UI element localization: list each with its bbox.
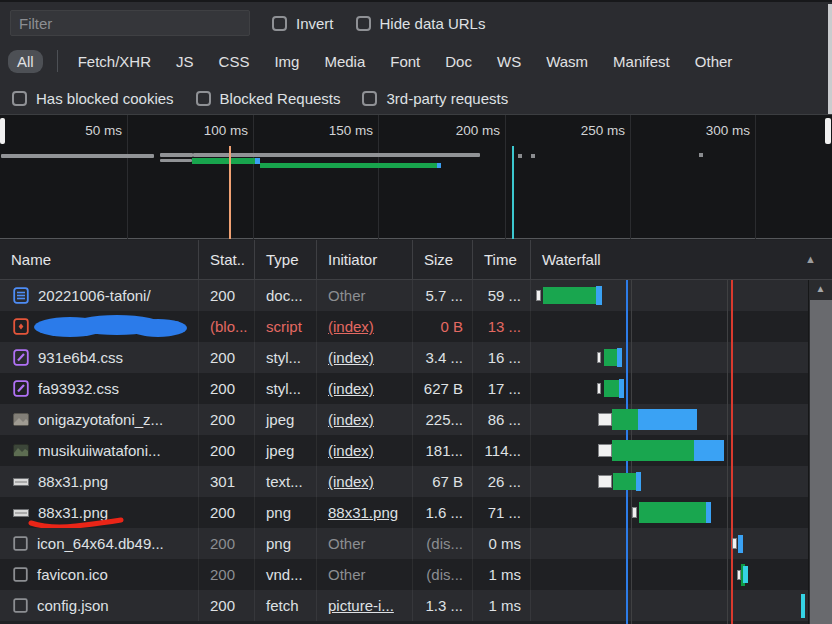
waterfall-bar-cyan: [743, 566, 748, 583]
column-header-status[interactable]: Stat..: [199, 240, 255, 279]
tab-media[interactable]: Media: [318, 50, 371, 73]
waterfall-cell: [531, 311, 832, 342]
third-party-requests-group[interactable]: 3rd-party requests: [362, 90, 508, 107]
table-row[interactable]: 931e6b4.css 200 styl... (index) 3.4 ... …: [0, 342, 832, 373]
request-initiator-link[interactable]: (index): [317, 311, 413, 342]
overview-handle[interactable]: [825, 118, 831, 144]
request-time: 13 ...: [473, 311, 531, 342]
request-initiator: Other: [317, 528, 413, 559]
overview-green: [260, 163, 437, 168]
network-overview-timeline[interactable]: 50 ms100 ms150 ms200 ms250 ms300 ms: [0, 115, 832, 239]
sort-ascending-icon[interactable]: ▲: [805, 253, 816, 265]
waterfall-bar-stalled: [536, 290, 541, 301]
tab-ws[interactable]: WS: [491, 50, 527, 73]
request-name: 20221006-tafoni/: [38, 287, 151, 304]
tab-img[interactable]: Img: [268, 50, 305, 73]
column-header-name[interactable]: Name: [0, 240, 199, 279]
filter-input[interactable]: [10, 10, 250, 36]
waterfall-gridline: [727, 280, 728, 624]
column-header-size[interactable]: Size: [413, 240, 473, 279]
tab-divider: [57, 50, 58, 72]
request-initiator-link[interactable]: (index): [317, 466, 413, 497]
request-time: 1 ms: [473, 559, 531, 590]
table-row[interactable]: 88x31.png 301 text... (index) 67 B 26 ..…: [0, 466, 832, 497]
waterfall-bar-down: [638, 409, 697, 430]
table-row[interactable]: favicon.ico 200 vnd... Other (dis... 1 m…: [0, 559, 832, 590]
waterfall-bar-wait: [543, 287, 596, 304]
third-party-requests-label: 3rd-party requests: [386, 90, 508, 107]
waterfall-cell: [531, 404, 832, 435]
waterfall-cell: [531, 373, 832, 404]
request-type: styl...: [255, 342, 317, 373]
has-blocked-cookies-checkbox[interactable]: [12, 91, 27, 106]
panel-scrollbar-fragment[interactable]: [828, 4, 832, 114]
tab-other[interactable]: Other: [689, 50, 739, 73]
hide-data-urls-checkbox[interactable]: [356, 16, 371, 31]
file-icon: [13, 598, 28, 613]
overview-vline-orange: [229, 146, 231, 239]
table-row[interactable]: ... (blo... script (index) 0 B 13 ...: [0, 311, 832, 342]
request-size: (dis...: [413, 528, 473, 559]
request-initiator-link[interactable]: (index): [317, 435, 413, 466]
request-initiator-link[interactable]: (index): [317, 373, 413, 404]
hide-data-urls-checkbox-group[interactable]: Hide data URLs: [356, 15, 486, 32]
third-party-requests-checkbox[interactable]: [362, 91, 377, 106]
tab-css[interactable]: CSS: [213, 50, 256, 73]
overview-tick-label: 250 ms: [545, 123, 625, 141]
waterfall-bar-down: [694, 440, 724, 461]
request-initiator-link[interactable]: (index): [317, 342, 413, 373]
has-blocked-cookies-label: Has blocked cookies: [36, 90, 174, 107]
table-row[interactable]: 88x31.png 200 png 88x31.png 1.6 ... 71 .…: [0, 497, 832, 528]
column-header-initiator[interactable]: Initiator: [317, 240, 413, 279]
blocked-requests-group[interactable]: Blocked Requests: [196, 90, 341, 107]
request-size: 181...: [413, 435, 473, 466]
tab-font[interactable]: Font: [384, 50, 426, 73]
waterfall-bar-down: [636, 472, 641, 491]
red-underline-annotation: [28, 517, 124, 528]
scrollbar-up-icon[interactable]: ▲: [809, 283, 832, 294]
waterfall-bar-wait: [613, 473, 636, 490]
devtools-network-panel: Invert Hide data URLs All Fetch/XHR JS C…: [0, 0, 832, 624]
request-initiator-link[interactable]: 88x31.png: [317, 497, 413, 528]
tab-js[interactable]: JS: [170, 50, 200, 73]
request-initiator-link[interactable]: (index): [317, 404, 413, 435]
waterfall-bar-stalled: [598, 444, 612, 457]
tab-manifest[interactable]: Manifest: [607, 50, 676, 73]
request-time: 17 ...: [473, 373, 531, 404]
scrollbar-thumb[interactable]: [810, 300, 832, 624]
table-row[interactable]: onigazyotafoni_z... 200 jpeg (index) 225…: [0, 404, 832, 435]
blocked-requests-checkbox[interactable]: [196, 91, 211, 106]
load-event-line: [731, 280, 733, 624]
request-status: (blo...: [199, 311, 255, 342]
table-row[interactable]: fa93932.css 200 styl... (index) 627 B 17…: [0, 373, 832, 404]
resource-type-filter-bar: All Fetch/XHR JS CSS Img Media Font Doc …: [8, 46, 738, 76]
table-row[interactable]: 20221006-tafoni/ 200 doc... Other 5.7 ..…: [0, 280, 832, 311]
tab-doc[interactable]: Doc: [439, 50, 478, 73]
table-row[interactable]: musikuiiwatafoni... 200 jpeg (index) 181…: [0, 435, 832, 466]
table-row[interactable]: icon_64x64.db49... 200 png Other (dis...…: [0, 528, 832, 559]
invert-checkbox[interactable]: [272, 16, 287, 31]
invert-label: Invert: [296, 15, 334, 32]
waterfall-bar-stalled: [632, 507, 637, 518]
request-type: text...: [255, 466, 317, 497]
column-header-type[interactable]: Type: [255, 240, 317, 279]
request-status: 200: [199, 280, 255, 311]
column-header-waterfall[interactable]: Waterfall ▲: [531, 240, 832, 279]
overview-vline-teal: [512, 146, 514, 239]
tab-fetch-xhr[interactable]: Fetch/XHR: [72, 50, 157, 73]
has-blocked-cookies-group[interactable]: Has blocked cookies: [12, 90, 174, 107]
extra-filters-row: Has blocked cookies Blocked Requests 3rd…: [12, 84, 508, 112]
request-status: 301: [199, 466, 255, 497]
invert-checkbox-group[interactable]: Invert: [272, 15, 334, 32]
column-header-time[interactable]: Time: [473, 240, 531, 279]
request-initiator-link[interactable]: picture-i...: [317, 590, 413, 621]
waterfall-cell: [531, 528, 832, 559]
stylesheet-icon: [13, 380, 29, 397]
table-row[interactable]: config.json 200 fetch picture-i... 1.3 .…: [0, 590, 832, 621]
table-scrollbar[interactable]: ▲: [808, 280, 832, 624]
tab-wasm[interactable]: Wasm: [540, 50, 594, 73]
request-name: 931e6b4.css: [38, 349, 123, 366]
tab-all[interactable]: All: [8, 50, 43, 73]
overview-handle[interactable]: [0, 118, 5, 144]
overview-gray: [1, 154, 154, 158]
